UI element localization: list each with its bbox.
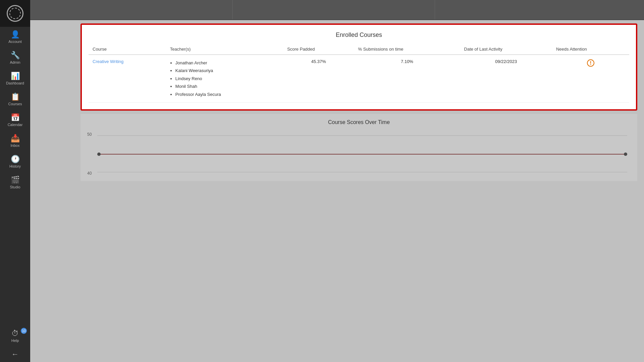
sidebar-item-history[interactable]: 🕐 History xyxy=(0,152,30,172)
table-cell-submissions: 7.10% xyxy=(354,55,460,102)
chart-y-label-50: 50 xyxy=(87,132,92,137)
table-header-row: Course Teacher(s) Score Padded % Submiss… xyxy=(89,44,629,55)
chart-dot-left xyxy=(97,153,101,156)
sidebar-item-studio-label: Studio xyxy=(10,185,20,189)
history-icon: 🕐 xyxy=(11,156,20,163)
chart-y-label-40: 40 xyxy=(87,171,92,176)
table-cell-needs-attention xyxy=(552,55,629,102)
chart-data-line xyxy=(97,154,627,155)
teacher-name: Kalani Weerasuriya xyxy=(175,67,279,74)
needs-attention-icon xyxy=(556,59,625,67)
sidebar-item-help-label: Help xyxy=(11,339,19,343)
course-scores-title: Course Scores Over Time xyxy=(87,119,631,125)
admin-icon: 🔧 xyxy=(11,52,20,59)
chart-line-container xyxy=(97,132,627,176)
courses-icon: 📋 xyxy=(11,93,20,101)
sidebar-item-calendar[interactable]: 📅 Calendar xyxy=(0,110,30,131)
sidebar-item-dashboard[interactable]: 📊 Dashboard xyxy=(0,68,30,89)
sidebar: 👤 Account 🔧 Admin 📊 Dashboard 📋 Courses … xyxy=(0,0,30,362)
sidebar-item-help[interactable]: 10 ⏱ Help xyxy=(0,326,30,347)
sidebar-item-studio[interactable]: 🎬 Studio xyxy=(0,172,30,193)
app-logo xyxy=(0,0,30,27)
inbox-icon: 📥 xyxy=(11,135,20,142)
chart-grid-line-40 xyxy=(97,172,627,172)
sidebar-item-inbox[interactable]: 📥 Inbox xyxy=(0,131,30,152)
sidebar-bottom: 10 ⏱ Help ← xyxy=(0,326,30,362)
studio-icon: 🎬 xyxy=(11,176,20,184)
top-bar-section-2 xyxy=(239,0,435,19)
table-cell-score-padded: 45.37% xyxy=(283,55,354,102)
account-icon: 👤 xyxy=(11,31,20,38)
enrolled-courses-title: Enrolled Courses xyxy=(89,32,629,39)
collapse-icon: ← xyxy=(11,351,19,358)
enrolled-courses-panel: Enrolled Courses Course Teacher(s) Score… xyxy=(80,23,637,111)
sidebar-item-inbox-label: Inbox xyxy=(11,143,20,147)
col-header-needs-attention: Needs Attention xyxy=(552,44,629,55)
teacher-name: Monil Shah xyxy=(175,82,279,90)
chart-dot-right xyxy=(624,153,627,156)
sidebar-item-admin[interactable]: 🔧 Admin xyxy=(0,48,30,68)
col-header-submissions: % Submissions on time xyxy=(354,44,460,55)
logo-icon xyxy=(7,5,23,22)
main-content: Enrolled Courses Course Teacher(s) Score… xyxy=(30,0,644,362)
sidebar-item-courses-label: Courses xyxy=(8,102,22,106)
table-cell-course: Creative Writing xyxy=(89,55,166,102)
sidebar-item-admin-label: Admin xyxy=(10,60,20,64)
col-header-last-activity: Date of Last Activity xyxy=(460,44,552,55)
sidebar-item-account[interactable]: 👤 Account xyxy=(0,27,30,48)
table-row: Creative WritingJonathan ArcherKalani We… xyxy=(89,55,629,102)
sidebar-item-account-label: Account xyxy=(8,40,22,44)
table-cell-last-activity: 09/22/2023 xyxy=(460,55,552,102)
col-header-course: Course xyxy=(89,44,166,55)
top-bar xyxy=(30,0,644,20)
chart-grid-line-50 xyxy=(97,135,627,136)
sidebar-item-history-label: History xyxy=(9,164,21,168)
sidebar-item-collapse[interactable]: ← xyxy=(0,347,30,362)
sidebar-item-dashboard-label: Dashboard xyxy=(6,81,24,85)
sidebar-item-courses[interactable]: 📋 Courses xyxy=(0,89,30,110)
col-header-teachers: Teacher(s) xyxy=(166,44,283,55)
table-cell-teachers: Jonathan ArcherKalani WeerasuriyaLindsey… xyxy=(166,55,283,102)
course-scores-chart: 50 40 xyxy=(87,132,631,176)
calendar-icon: 📅 xyxy=(11,114,20,121)
courses-table: Course Teacher(s) Score Padded % Submiss… xyxy=(89,44,629,103)
course-scores-section: Course Scores Over Time 50 40 xyxy=(80,114,637,181)
help-badge: 10 xyxy=(21,328,27,334)
col-header-score-padded: Score Padded xyxy=(283,44,354,55)
top-bar-section-3 xyxy=(442,0,637,19)
top-bar-section-1 xyxy=(37,0,233,19)
dashboard-icon: 📊 xyxy=(11,72,20,80)
svg-point-2 xyxy=(590,64,591,65)
teacher-name: Jonathan Archer xyxy=(175,59,279,67)
sidebar-item-calendar-label: Calendar xyxy=(8,123,23,127)
teacher-name: Professor Aayla Secura xyxy=(175,90,279,98)
teacher-name: Lindsey Reno xyxy=(175,75,279,82)
help-icon: ⏱ xyxy=(11,330,19,337)
course-link[interactable]: Creative Writing xyxy=(93,59,123,64)
